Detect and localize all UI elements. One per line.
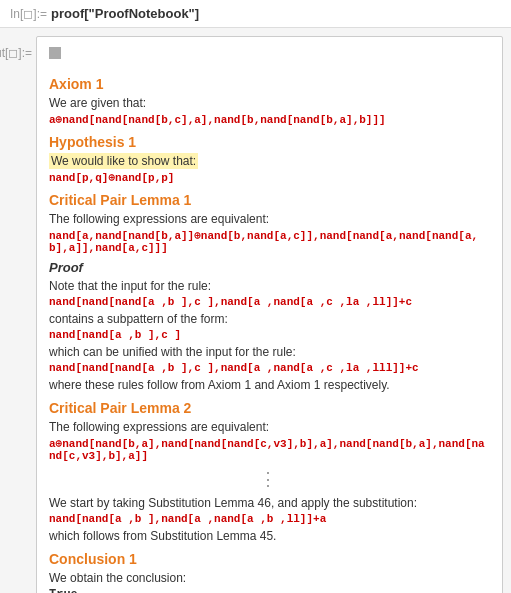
axiom-title: Axiom 1 [49,76,490,92]
proof1-note-text: Note that the input for the rule: [49,279,490,293]
header-bar: In[◻]:= proof["ProofNotebook"] [0,0,511,28]
critical-pair-1-title: Critical Pair Lemma 1 [49,192,490,208]
proof1-rule-code2: nand[nand[nand[a ,b ],c ],nand[a ,nand[a… [49,362,490,374]
subst-code: nand[nand[a ,b ],nand[a ,nand[a ,b ,ll]]… [49,513,490,525]
critical-pair-2-code: a⊕nand[nand[b,a],nand[nand[nand[c,v3],b]… [49,437,490,462]
hypothesis-show-text: We would like to show that: [49,154,490,168]
critical-pair-2-equiv-text: The following expressions are equivalent… [49,420,490,434]
conclusion-obtain-text: We obtain the conclusion: [49,571,490,585]
proof1-unified-text: which can be unified with the input for … [49,345,490,359]
conclusion-title: Conclusion 1 [49,551,490,567]
proof1-subpattern-code: nand[nand[a ,b ],c ] [49,329,490,341]
ellipsis: ⋮ [49,468,490,490]
out-label: Out[◻]:= [0,36,36,593]
in-label: In[◻]:= [10,7,47,21]
critical-pair-1-code: nand[a,nand[nand[b,a]]⊕nand[b,nand[a,c]]… [49,229,490,254]
main-wrapper: Out[◻]:= Axiom 1 We are given that: a⊕na… [0,28,511,593]
notebook-icon [49,47,490,68]
proof1-subpattern-text: contains a subpattern of the form: [49,312,490,326]
hypothesis-code: nand[p,q]⊕nand[p,p] [49,171,490,184]
command-text: proof["ProofNotebook"] [51,6,199,21]
subst-text: We start by taking Substitution Lemma 46… [49,496,490,510]
proof1-follows-text: where these rules follow from Axiom 1 an… [49,378,490,392]
hypothesis-title: Hypothesis 1 [49,134,490,150]
conclusion-true-value: True [49,588,490,593]
critical-pair-2-title: Critical Pair Lemma 2 [49,400,490,416]
critical-pair-1-equiv-text: The following expressions are equivalent… [49,212,490,226]
content-box: Axiom 1 We are given that: a⊕nand[nand[n… [36,36,503,593]
follows-subst: which follows from Substitution Lemma 45… [49,529,490,543]
axiom-code: a⊕nand[nand[nand[b,c],a],nand[b,nand[nan… [49,113,490,126]
axiom-given-text: We are given that: [49,96,490,110]
proof1-title: Proof [49,260,490,275]
proof1-rule-code1: nand[nand[nand[a ,b ],c ],nand[a ,nand[a… [49,296,490,308]
